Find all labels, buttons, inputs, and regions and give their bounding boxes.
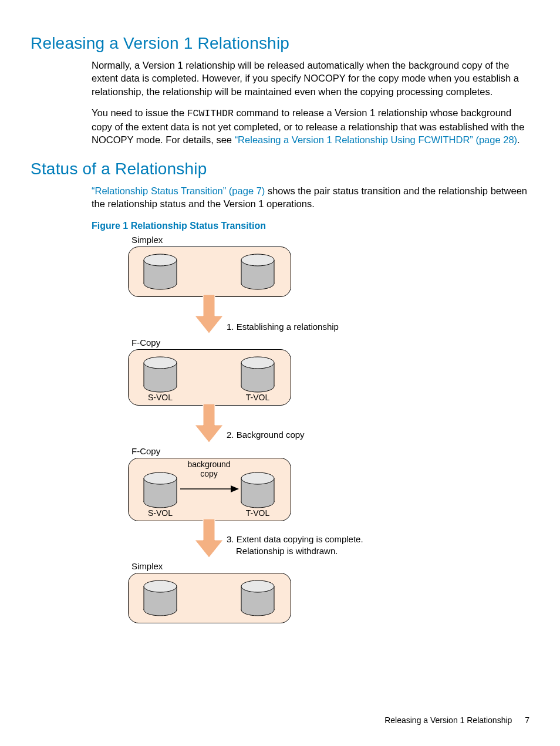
link-fcwithdr[interactable]: “Releasing a Version 1 Relationship Usin…	[235, 134, 517, 145]
step2-label: 2. Background copy	[227, 430, 305, 440]
step1-label: 1. Establishing a relationship	[227, 322, 339, 332]
state2-box: S-VOL T-VOL	[128, 349, 291, 406]
svg-point-35	[144, 580, 177, 592]
cylinder-icon	[240, 471, 275, 509]
state2-svol-label: S-VOL	[137, 393, 184, 402]
cylinder-icon	[143, 579, 178, 617]
figure-caption: Figure 1 Relationship Status Transition	[92, 221, 529, 231]
state3-bgcopy-label: background copy	[183, 460, 235, 478]
svg-point-30	[241, 472, 274, 484]
state1-box	[128, 247, 291, 297]
heading-releasing: Releasing a Version 1 Relationship	[31, 34, 529, 53]
cylinder-icon	[240, 356, 275, 393]
link-status-transition[interactable]: “Relationship Status Transition” (page 7…	[92, 185, 265, 196]
state4-label: Simplex	[131, 561, 163, 571]
svg-point-9	[241, 254, 274, 266]
cylinder-icon	[240, 253, 275, 291]
svg-point-19	[241, 357, 274, 369]
cylinder-icon	[240, 579, 275, 617]
arrow-right-icon	[180, 483, 239, 495]
svg-point-40	[241, 580, 274, 592]
cylinder-icon	[143, 471, 178, 509]
para2-text-c: .	[517, 134, 520, 145]
step3b-label: Relationship is withdrawn.	[236, 546, 338, 556]
step3a-label: 3. Extent data copying is complete.	[227, 534, 363, 544]
footer-text: Releasing a Version 1 Relationship	[384, 715, 512, 725]
state1-label: Simplex	[131, 235, 163, 245]
svg-point-4	[144, 254, 177, 266]
state4-box	[128, 573, 291, 623]
para2-code: FCWITHDR	[187, 108, 234, 119]
svg-point-24	[144, 472, 177, 484]
state3-tvol-label: T-VOL	[234, 508, 281, 518]
cylinder-icon	[143, 253, 178, 291]
page-footer: Releasing a Version 1 Relationship 7	[384, 715, 529, 725]
svg-point-14	[144, 357, 177, 369]
state3-label: F-Copy	[131, 446, 160, 456]
paragraph-2: You need to issue the FCWITHDR command t…	[92, 106, 529, 147]
diagram-relationship-status: Simplex 1. Establishing a relationship	[92, 235, 397, 669]
paragraph-3: “Relationship Status Transition” (page 7…	[92, 184, 529, 211]
page-number: 7	[525, 715, 529, 725]
heading-status: Status of a Relationship	[31, 160, 529, 178]
state2-label: F-Copy	[131, 337, 160, 347]
state3-svol-label: S-VOL	[137, 508, 184, 518]
paragraph-1: Normally, a Version 1 relationship will …	[92, 59, 529, 98]
state2-tvol-label: T-VOL	[234, 393, 281, 402]
arrow-down-icon	[195, 295, 223, 333]
cylinder-icon	[143, 356, 178, 393]
arrow-down-icon	[195, 404, 223, 443]
para2-text-a: You need to issue the	[92, 107, 187, 118]
arrow-down-icon	[195, 519, 223, 558]
state3-box: S-VOL background copy T-VOL	[128, 458, 291, 521]
